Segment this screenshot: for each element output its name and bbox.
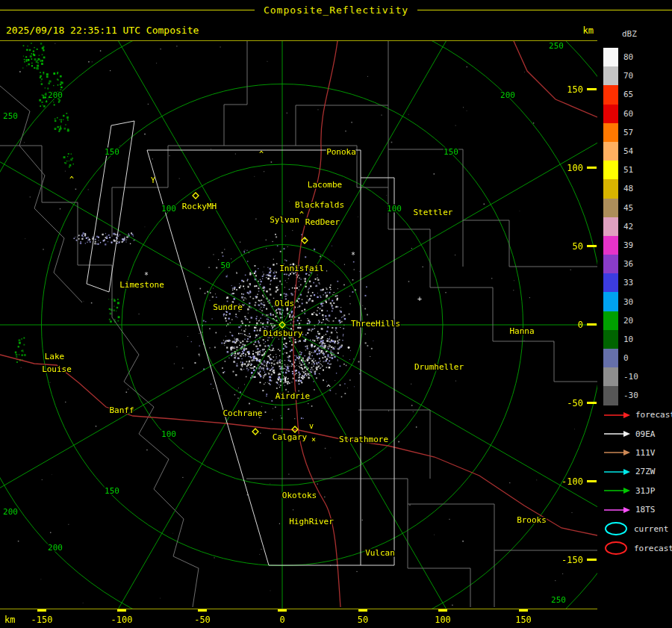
dbz-scale-row-20: 20 — [603, 311, 638, 330]
dbz-scale-label: 0 — [623, 353, 629, 363]
city-label-lake: Lake — [45, 352, 65, 361]
ring-label: 50 — [220, 261, 230, 270]
x-axis-label: -150 — [24, 615, 60, 625]
map-glyph-marker: ^ — [326, 384, 331, 392]
arrow-icon — [603, 447, 632, 458]
site-markers: ^Y^^**+•^v× — [69, 150, 422, 444]
city-label-ponoka: Ponoka — [326, 147, 356, 157]
dbz-scale-label: -30 — [623, 391, 638, 400]
ring-label: 200 — [48, 90, 63, 100]
y-axis-label: -50 — [567, 398, 583, 408]
site-diamond-marker — [302, 237, 308, 243]
city-label-drumheller: Drumheller — [414, 362, 464, 372]
legend: forecast09EA111V27ZW31JP18TScurrentforec… — [603, 405, 672, 558]
legend-item-current-ellipse: current — [603, 519, 672, 538]
dbz-scale-row-33: 33 — [603, 273, 638, 292]
dbz-scale-label: -10 — [623, 372, 638, 382]
y-axis-tick — [587, 402, 597, 404]
arrow-icon — [603, 505, 632, 515]
y-axis-label: 150 — [567, 84, 583, 95]
x-axis-tick — [278, 609, 287, 612]
dbz-swatch — [603, 48, 618, 66]
map-header: 2025/09/18 22:35:11 UTC Composite km — [0, 20, 597, 41]
legend-label: 09EA — [635, 429, 656, 439]
city-label-hanna: Hanna — [509, 326, 534, 336]
y-axis-label: 100 — [567, 163, 583, 173]
x-axis-label: 50 — [345, 615, 381, 625]
dbz-scale-label: 30 — [623, 297, 633, 307]
map-glyph-marker: * — [351, 251, 355, 259]
ring-label: 250 — [3, 111, 18, 121]
dbz-swatch — [603, 217, 618, 236]
dbz-swatch — [603, 161, 618, 179]
dbz-scale-row-65: 65 — [603, 85, 638, 104]
y-axis-label: 0 — [578, 320, 583, 330]
ring-label: 150 — [105, 486, 119, 496]
ring-label: 250 — [551, 595, 566, 605]
sidebar: dBZ 807065605754514845423936333020100-10… — [597, 20, 672, 628]
city-label-lacombe: Lacombe — [308, 180, 342, 190]
dbz-scale: 807065605754514845423936333020100-10-30 — [603, 48, 638, 405]
city-label-rockymh: RockyMH — [182, 202, 217, 211]
dbz-scale-label: 51 — [623, 165, 633, 175]
ring-label: 200 — [48, 543, 63, 553]
ring-label: 200 — [3, 507, 18, 517]
dbz-swatch — [603, 105, 618, 123]
legend-item-18ts: 18TS — [603, 500, 672, 519]
y-axis-label: -150 — [561, 555, 583, 565]
arrow-icon — [603, 429, 632, 439]
city-label-okotoks: Okotoks — [282, 491, 317, 500]
dbz-swatch — [603, 123, 618, 142]
dbz-scale-row--10: -10 — [603, 367, 638, 386]
map-glyph-marker: × — [311, 435, 316, 444]
legend-item-forecast: forecast — [603, 405, 672, 424]
arrow-icon — [603, 485, 632, 496]
map-glyph-marker: * — [144, 271, 149, 279]
radar-map-viewport[interactable]: 5010015020010015020025010015020025020025… — [0, 41, 597, 609]
dbz-scale-label: 45 — [623, 203, 633, 213]
city-label-louise: Louise — [42, 364, 72, 374]
map-glyph-marker: ^ — [69, 175, 74, 184]
y-axis-tick — [587, 559, 597, 561]
dbz-scale-label: 36 — [623, 259, 633, 269]
city-label-highriver: HighRiver — [289, 517, 334, 526]
dbz-scale-row-10: 10 — [603, 330, 638, 349]
ring-label: 100 — [161, 204, 176, 214]
dbz-swatch — [603, 66, 618, 85]
legend-label: 27ZW — [635, 467, 656, 476]
city-label-didsbury: Didsbury — [264, 329, 303, 338]
dbz-scale-row-0: 0 — [603, 349, 638, 367]
dbz-swatch — [603, 236, 618, 255]
dbz-swatch — [603, 85, 618, 104]
x-axis-label: 0 — [264, 615, 300, 625]
dbz-scale-label: 80 — [623, 52, 633, 62]
dbz-scale-row-80: 80 — [603, 48, 638, 66]
dbz-scale-row-57: 57 — [603, 123, 638, 142]
city-label-threehills: ThreeHills — [351, 319, 400, 329]
legend-item-111v: 111V — [603, 444, 672, 462]
y-axis-tick — [587, 480, 597, 482]
window-title: Composite_Reflectivity — [255, 4, 417, 16]
dbz-scale-row-42: 42 — [603, 217, 638, 236]
x-axis-unit: km — [4, 615, 15, 625]
dbz-scale-title: dBZ — [622, 29, 637, 39]
dbz-scale-row--30: -30 — [603, 386, 638, 405]
legend-label: 18TS — [635, 505, 656, 514]
x-axis-tick — [438, 609, 447, 612]
titlebar-rule-right — [417, 10, 672, 10]
map-glyph-marker: + — [417, 295, 422, 303]
y-axis-tick — [587, 245, 597, 247]
city-labels: PonokaLacombeBlackfaldsSylvanRedDeerStet… — [42, 147, 547, 558]
city-label-olds: Olds — [275, 299, 295, 308]
x-axis-tick — [198, 609, 207, 612]
timestamp: 2025/09/18 22:35:11 UTC Composite — [6, 25, 199, 36]
city-label-sundre: Sundre — [213, 302, 243, 312]
dbz-scale-row-54: 54 — [603, 142, 638, 161]
ring-label: 200 — [500, 90, 515, 100]
city-label-calgary: Calgary — [273, 432, 308, 442]
city-label-vulcan: Vulcan — [365, 548, 395, 558]
legend-item-forecast-ellipse: forecast — [603, 538, 672, 558]
dbz-scale-row-45: 45 — [603, 199, 638, 217]
dbz-scale-row-60: 60 — [603, 105, 638, 123]
city-label-cochrane: Cochrane — [223, 408, 263, 418]
